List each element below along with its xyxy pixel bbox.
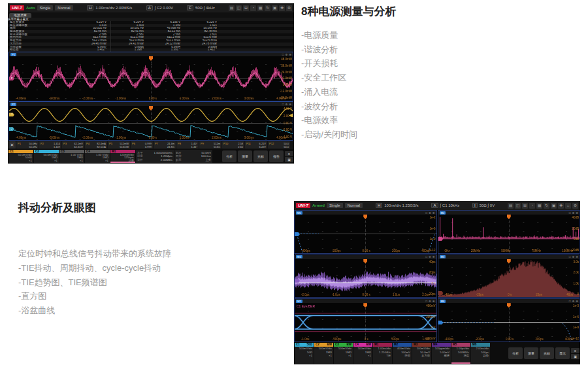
trigger-a-chip[interactable]: A <box>431 203 438 208</box>
toolbar-icon[interactable]: ▤ <box>508 203 514 209</box>
panel-window-icon[interactable]: ⊕ <box>572 255 574 258</box>
trigger-info-block[interactable]: 触发50.0mV释抑100.0ns斜率上升 <box>174 150 212 163</box>
measurement-chip[interactable]: P482.4mA 82.5mA <box>85 141 107 149</box>
channel-block[interactable]: C2 50.0mV/div 1MΩ ×1 <box>34 150 59 163</box>
toolbar-icon[interactable]: ⚙ <box>286 5 292 11</box>
toolbar-icon[interactable]: ◔ <box>250 5 256 11</box>
single-button[interactable]: Single <box>327 203 343 208</box>
small-button[interactable]: ▣ <box>571 354 580 359</box>
panel-window-icon[interactable]: □ <box>569 300 571 303</box>
toolbar-icon[interactable]: ▣ <box>551 203 557 209</box>
measurement-chip[interactable]: P1250.0 50.0 <box>268 141 290 149</box>
panel-window-icon[interactable]: □ <box>569 255 571 258</box>
panel-tag[interactable]: M6 <box>440 300 446 303</box>
panel-window-icon[interactable]: ⊗ <box>576 211 578 215</box>
horizontal-chip[interactable]: H <box>87 5 93 10</box>
measurement-chip[interactable]: P150.0Hz 50.0Hz <box>16 141 39 149</box>
single-button[interactable]: Single <box>37 5 54 10</box>
channel-block[interactable]: C1 50.0mV/div 500Ω ×1 <box>8 150 33 163</box>
menu-button[interactable]: 测量 <box>238 150 252 162</box>
panel-window-icon[interactable]: ⊗ <box>433 211 435 215</box>
panel-window-icon[interactable]: □ <box>425 255 427 258</box>
measurement-chip[interactable]: P21.414 1.409 <box>39 141 61 149</box>
toolbar-icon[interactable]: ↻ <box>265 5 270 11</box>
menu-button[interactable]: 测量 <box>524 347 538 359</box>
channel-block[interactable]: M5 1.00ps/div 500MS/s 浴盆 <box>451 343 470 364</box>
panel-window-icon[interactable]: ⊗ <box>433 255 435 258</box>
toolbar-icon[interactable]: ◔ <box>529 203 535 209</box>
normal-button[interactable]: Normal <box>345 203 363 208</box>
toolbar-icon[interactable]: ✚ <box>558 203 564 209</box>
measurement-chip[interactable]: P362.1mV 62.3mV <box>62 141 84 149</box>
measurement-chip[interactable]: P60.999 0.999 <box>131 141 153 149</box>
panel-window-icon[interactable]: ⊕ <box>285 103 287 106</box>
normal-button[interactable]: Normal <box>55 5 73 10</box>
channel-block[interactable]: C1 50Ω 500mV/div 50Ω ×1 <box>295 343 314 364</box>
panel-tag[interactable]: M4 <box>440 211 446 215</box>
panel-window-icon[interactable]: ⊕ <box>429 211 431 215</box>
channel-block[interactable]: C4 BW 500mV/div 1MΩ ×1 <box>353 343 372 364</box>
toolbar-icon[interactable]: ⚙ <box>572 203 578 209</box>
toolbar-icon[interactable]: ▣ <box>272 5 278 11</box>
panel-window-icon[interactable]: ⊗ <box>576 255 578 258</box>
panel-tag[interactable]: M3 <box>440 255 446 258</box>
panel-window-icon[interactable]: ⊗ <box>289 103 291 106</box>
close-measurements-button[interactable]: ✕ <box>8 141 16 149</box>
measurement-chip[interactable]: P81.40° 1.41° <box>176 141 199 149</box>
toolbar-icon[interactable]: ▦ <box>257 5 263 11</box>
small-button[interactable]: ▣ <box>285 157 293 162</box>
toolbar-icon[interactable]: ↻ <box>544 203 549 209</box>
toolbar-icon[interactable]: ◫ <box>236 5 242 11</box>
aux-chip[interactable]: I <box>472 203 478 208</box>
panel-window-icon[interactable]: ⊕ <box>572 211 574 215</box>
menu-button[interactable]: 分析 <box>222 150 237 162</box>
panel-window-icon[interactable]: ⊕ <box>285 53 287 56</box>
panel-window-icon[interactable]: □ <box>569 211 571 215</box>
menu-button[interactable]: 光标 <box>540 347 554 359</box>
panel-window-icon[interactable]: ⊗ <box>576 300 578 303</box>
panel-tag[interactable]: M2 <box>296 300 302 303</box>
channel-block[interactable]: M1 1.00ns/div 1.25GS/s TIE <box>373 343 392 364</box>
panel-window-icon[interactable]: □ <box>282 53 284 56</box>
panel-window-icon[interactable]: ⊕ <box>572 300 574 303</box>
small-button[interactable]: ≡ <box>285 151 293 156</box>
toolbar-icon[interactable]: ⊞ <box>522 203 528 209</box>
panel-window-icon[interactable]: □ <box>425 211 427 215</box>
measurement-chip[interactable]: P116.21V 6.22V <box>245 141 267 149</box>
channel-block[interactable]: C3 1.00 V/div 1MΩ ×1 <box>59 150 84 163</box>
panel-window-icon[interactable]: □ <box>282 103 284 106</box>
toolbar-icon[interactable]: ✚ <box>279 5 285 11</box>
channel-block[interactable]: M4 100ppm/div 5.00mV 频谱 <box>432 343 451 364</box>
panel-window-icon[interactable]: ⊕ <box>429 300 431 303</box>
measurement-chip[interactable]: P9512m 513m <box>199 141 221 149</box>
menu-button[interactable]: 显示 <box>555 347 570 359</box>
channel-block[interactable]: M2 400mV/div 500mV 眼图 <box>393 343 412 364</box>
panel-window-icon[interactable]: ⊗ <box>289 53 291 56</box>
menu-button[interactable]: 报告 <box>269 150 284 162</box>
panel-tag[interactable]: M1 <box>296 255 302 258</box>
horizontal-info-block[interactable]: 水平1.00000000ms深度1.25Mpts采样2.00MS/s <box>136 150 174 163</box>
panel-window-icon[interactable]: ⊕ <box>429 255 431 258</box>
panel-window-icon[interactable]: □ <box>425 300 427 303</box>
panel-tag[interactable]: M5 <box>296 211 302 215</box>
measurement-chip[interactable]: P102.58 2.60 <box>222 141 244 149</box>
menu-button[interactable]: 光标 <box>253 150 268 162</box>
measurement-chip[interactable]: P5512mW 513mW <box>108 141 130 149</box>
panel-window-icon[interactable]: ⊗ <box>433 300 435 303</box>
freq-chip[interactable]: F <box>187 5 193 10</box>
panel-tag[interactable]: P1 <box>10 53 16 56</box>
toolbar-icon[interactable]: ◫ <box>515 203 521 209</box>
channel-block[interactable]: M6 2.00ns/div 500ps 趋势 <box>471 343 490 364</box>
channel-block[interactable]: C2 BW 500mV/div 1MΩ ×1 <box>314 343 333 364</box>
channel-block[interactable]: M1 120mW/div 125kpts 功率 <box>110 150 135 163</box>
menu-button[interactable]: 分析 <box>508 347 523 359</box>
tab-power-quality[interactable]: 电源质量 <box>9 13 31 18</box>
channel-block[interactable]: M3 100mV/div 50.0mV 直方图 <box>412 343 431 364</box>
channel-block[interactable]: C3 BW 500mV/div 1MΩ ×1 <box>334 343 353 364</box>
toolbar-icon[interactable]: ⊞ <box>243 5 249 11</box>
horizontal-chip[interactable]: H <box>376 203 382 208</box>
measurement-chip[interactable]: P724.4m 24.8m <box>154 141 176 149</box>
trigger-a-chip[interactable]: A <box>146 5 153 10</box>
toolbar-icon[interactable]: ⌂ <box>565 203 571 209</box>
panel-tag[interactable]: P2 <box>10 103 16 106</box>
